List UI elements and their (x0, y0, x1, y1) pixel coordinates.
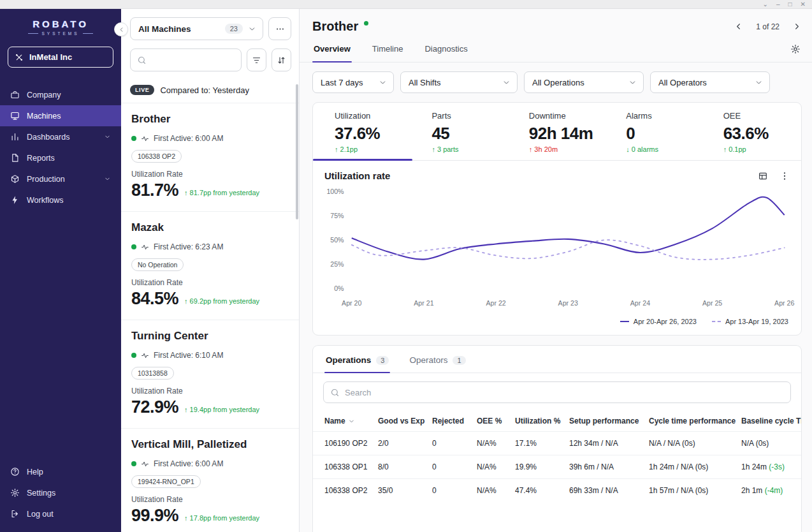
machine-card-brother[interactable]: Brother First Active: 6:00 AM 106338 OP2… (121, 103, 299, 212)
stat-tab-oee[interactable]: OEE 63.6% ↑ 0.1pp (704, 103, 801, 160)
sidebar-item-reports[interactable]: Reports (0, 147, 121, 168)
stat-tab-parts[interactable]: Parts 45 ↑ 3 parts (412, 103, 509, 160)
more-options-button[interactable] (268, 17, 291, 40)
prev-machine-button[interactable] (734, 22, 743, 31)
column-header-cycle-time-performance[interactable]: Cycle time performance (649, 411, 741, 432)
filter-label: Last 7 days (321, 78, 363, 87)
filter-all-operators[interactable]: All Operators (650, 71, 770, 93)
table-row[interactable]: 106338 OP18/00N/A%19.9%39h 6m / N/A1h 24… (313, 455, 801, 479)
table-row[interactable]: 106190 OP22/00N/A%17.1%12h 34m / N/AN/A … (313, 432, 801, 455)
sidebar-item-machines[interactable]: Machines (0, 105, 121, 126)
machine-card-turning-center[interactable]: Turning Center First Active: 6:10 AM 103… (121, 320, 299, 429)
prev-machine-button (734, 22, 743, 31)
column-header-good-vs-exp[interactable]: Good vs Exp (378, 411, 432, 432)
column-header-oee[interactable]: OEE % (477, 411, 515, 432)
search-icon (137, 55, 147, 65)
activity-icon (141, 460, 149, 468)
column-header-baseline-cycle-time[interactable]: Baseline cycle Time (741, 411, 801, 432)
stat-tab-downtime[interactable]: Downtime 92h 14m ↑ 3h 20m (510, 103, 607, 160)
collapse-sidebar-button[interactable] (114, 22, 128, 36)
sidebar-item-dashboards[interactable]: Dashboards (0, 126, 121, 147)
tab-timeline[interactable]: Timeline (371, 36, 405, 62)
cell: 17.1% (515, 432, 569, 455)
tab-overview[interactable]: Overview (312, 36, 352, 62)
column-header-setup-performance[interactable]: Setup performance (569, 411, 649, 432)
column-header-rejected[interactable]: Rejected (432, 411, 477, 432)
tabs-strip: OverviewTimelineDiagnostics (300, 36, 812, 63)
operations-search-input[interactable] (345, 388, 784, 397)
table-view-button[interactable] (758, 171, 768, 181)
sort-button[interactable] (272, 48, 291, 71)
svg-text:0%: 0% (334, 284, 344, 292)
ops-tab-operators[interactable]: Operators 1 (408, 346, 467, 373)
filter-button[interactable] (247, 48, 266, 71)
stat-label: Alarms (626, 111, 697, 121)
machines-filter-dropdown[interactable]: All Machines 23 (130, 17, 263, 40)
next-machine-button[interactable] (792, 22, 802, 31)
scrollbar[interactable] (296, 84, 298, 219)
sidebar-nav: Company Machines Dashboards Reports Prod… (0, 84, 121, 211)
cell: 106338 OP2 (313, 479, 378, 503)
cell: 106190 OP2 (313, 432, 378, 455)
company-name: InMetal Inc (29, 52, 72, 62)
sidebar-item-settings[interactable]: Settings (0, 482, 121, 503)
cell: 0 (432, 432, 477, 455)
operations-search[interactable] (323, 381, 791, 403)
window-minimize-icon[interactable]: – (776, 1, 780, 8)
stat-value: 92h 14m (529, 124, 600, 144)
filter-label: All Operations (532, 78, 584, 87)
overview-card: Utilization 37.6% ↑ 2.1pp Parts 45 ↑ 3 p… (312, 102, 802, 336)
filter-all-shifts[interactable]: All Shifts (400, 71, 518, 93)
sidebar-item-log-out[interactable]: Log out (0, 503, 121, 524)
sidebar-item-workflows[interactable]: Workflows (0, 189, 121, 211)
logo-subtext: SYSTEMS (9, 31, 112, 36)
stat-label: OEE (723, 111, 795, 121)
pagination: 1 of 22 (734, 22, 802, 31)
workflows-icon (10, 195, 20, 205)
stat-tab-alarms[interactable]: Alarms 0 ↓ 0 alarms (607, 103, 704, 160)
column-header-name[interactable]: Name (313, 411, 378, 432)
chart-actions (758, 171, 790, 181)
search-icon (137, 55, 147, 65)
window-maximize-icon[interactable]: □ (788, 1, 792, 8)
filter-label: All Shifts (409, 78, 441, 87)
column-header-utilization[interactable]: Utilization % (515, 411, 569, 432)
sidebar-item-company[interactable]: Company (0, 84, 121, 105)
first-active-label: First Active: 6:10 AM (154, 351, 223, 360)
tab-diagnostics[interactable]: Diagnostics (423, 36, 468, 62)
sidebar-item-production[interactable]: Production (0, 168, 121, 189)
app: ROBATO SYSTEMS InMetal Inc Company Machi… (0, 9, 812, 532)
machine-search-input[interactable] (151, 55, 235, 65)
chevron-down-icon (379, 78, 387, 87)
utilization-delta: ↑ 69.2pp from yesterday (184, 297, 259, 305)
count-badge: 1 (453, 356, 465, 365)
filter-last-7-days[interactable]: Last 7 days (312, 71, 394, 93)
stat-tab-utilization[interactable]: Utilization 37.6% ↑ 2.1pp (313, 103, 412, 160)
sidebar-item-help[interactable]: Help (0, 461, 121, 482)
help-icon (10, 467, 20, 477)
stat-label: Utilization (335, 111, 406, 121)
sidebar-item-label: Settings (27, 489, 55, 498)
company-switcher-button[interactable]: InMetal Inc (8, 47, 113, 68)
window-collapse-icon[interactable]: ⌄ (763, 1, 768, 8)
ops-tab-operations[interactable]: Operations 3 (324, 346, 390, 373)
machine-card-vertical-mill-palletized[interactable]: Vertical Mill, Palletized First Active: … (121, 429, 299, 532)
cell: 12h 34m / N/A (569, 432, 649, 455)
operation-tag: No Operation (131, 258, 184, 271)
pagination-label: 1 of 22 (756, 22, 779, 31)
chart-menu-button[interactable] (779, 171, 790, 181)
cell: 47.4% (515, 479, 569, 503)
machine-card-mazak[interactable]: Mazak First Active: 6:23 AM No Operation… (121, 212, 299, 320)
window-close-icon[interactable]: ✕ (801, 1, 806, 8)
main-content: Brother 1 of 22 OverviewTimelineDiagnost… (300, 9, 812, 532)
settings-gear-button[interactable] (790, 44, 801, 54)
filter-all-operations[interactable]: All Operations (524, 71, 644, 93)
cell: 35/0 (378, 479, 432, 503)
machine-search[interactable] (130, 48, 242, 71)
svg-text:Apr 22: Apr 22 (486, 299, 505, 307)
logo: ROBATO SYSTEMS (0, 9, 121, 38)
table-row[interactable]: 106338 OP235/00N/A%47.4%69h 33m / N/A1h … (313, 479, 801, 503)
cell: N/A% (477, 455, 515, 479)
column-label: OEE % (477, 417, 502, 425)
machines-filter-label: All Machines (138, 24, 191, 34)
